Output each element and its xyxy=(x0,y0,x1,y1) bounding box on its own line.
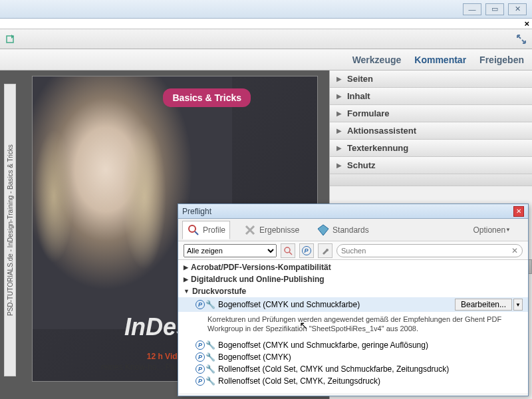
wrench-icon: 🔧 xyxy=(205,376,215,386)
close-button[interactable]: ✕ xyxy=(508,3,527,15)
accordion-seiten[interactable]: ▶Seiten xyxy=(330,70,532,88)
accordion-aktionsassistent[interactable]: ▶Aktionsassistent xyxy=(330,122,532,140)
tree-item[interactable]: P🔧Bogenoffset (CMYK und Schmuckfarbe, ge… xyxy=(178,339,528,351)
chevron-right-icon: ▶ xyxy=(184,264,188,271)
accordion-schutz[interactable]: ▶Schutz xyxy=(330,157,532,174)
maximize-button[interactable]: ▭ xyxy=(485,3,504,15)
chevron-right-icon: ▶ xyxy=(336,127,342,134)
clear-search-icon[interactable]: ✕ xyxy=(511,246,518,255)
tree-item[interactable]: P🔧Bogenoffset (CMYK) xyxy=(178,351,528,363)
svg-line-2 xyxy=(195,231,198,235)
search-input[interactable] xyxy=(341,247,511,255)
share-menu[interactable]: Freigeben xyxy=(479,55,524,65)
magnifier-icon xyxy=(187,223,200,237)
accordion-texterkennung[interactable]: ▶Texterkennung xyxy=(330,140,532,157)
diamond-icon xyxy=(317,223,330,237)
svg-point-1 xyxy=(189,225,196,232)
chevron-down-icon: ▼ xyxy=(505,227,511,233)
svg-point-3 xyxy=(285,247,290,253)
minimize-button[interactable]: — xyxy=(463,3,481,15)
tab-standards[interactable]: Standards xyxy=(313,221,373,239)
export-icon[interactable] xyxy=(5,34,16,45)
tab-profile[interactable]: Profile xyxy=(182,221,230,239)
tools-menu[interactable]: Werkzeuge xyxy=(352,55,402,65)
accordion-formulare[interactable]: ▶Formulare xyxy=(330,105,532,122)
tree-item[interactable]: P🔧Rollenoffset (Cold Set, CMYK und Schmu… xyxy=(178,363,528,375)
profile-tree[interactable]: ▶Acrobat/PDF-Versions-Kompatibilität ▶Di… xyxy=(178,260,528,393)
chevron-right-icon: ▶ xyxy=(336,110,342,117)
document-tab-label[interactable]: PSD-TUTORIALS.de - InDesign-Training - B… xyxy=(4,84,16,376)
document-tab-bar: × xyxy=(0,19,532,29)
tab-results[interactable]: Ergebnisse xyxy=(239,221,303,239)
main-toolbar xyxy=(0,29,532,49)
filter-info-icon[interactable]: P xyxy=(299,243,314,258)
dropdown-icon[interactable]: ▼ xyxy=(513,299,523,311)
profile-icon: P xyxy=(196,340,205,350)
tree-item-selected[interactable]: P🔧 Bogenoffset (CMYK und Schmuckfarbe) B… xyxy=(178,297,528,312)
search-box[interactable]: ✕ xyxy=(336,244,523,257)
options-menu[interactable]: Optionen ▼ xyxy=(469,223,515,237)
edit-button[interactable]: Bearbeiten... xyxy=(455,299,512,311)
wrench-icon: 🔧 xyxy=(205,340,215,350)
window-titlebar: — ▭ ✕ xyxy=(0,0,532,19)
tree-group[interactable]: ▼Druckvorstufe xyxy=(178,285,528,297)
chevron-right-icon: ▶ xyxy=(184,276,188,283)
accordion-inhalt[interactable]: ▶Inhalt xyxy=(330,88,532,105)
close-doc-icon[interactable]: × xyxy=(524,19,529,29)
chevron-right-icon: ▶ xyxy=(336,144,342,152)
chevron-right-icon: ▶ xyxy=(336,162,342,169)
preflight-dialog: Preflight ✕ Profile Ergebnisse Standards… xyxy=(178,203,529,396)
wrench-cross-icon xyxy=(243,223,257,237)
tree-group[interactable]: ▶Acrobat/PDF-Versions-Kompatibilität xyxy=(178,261,528,273)
fullscreen-icon[interactable] xyxy=(516,34,527,45)
chevron-right-icon: ▶ xyxy=(336,75,342,82)
chevron-down-icon: ▼ xyxy=(184,288,190,295)
profile-icon: P xyxy=(196,352,205,362)
tree-group[interactable]: ▶Digitaldruck und Online-Publishing xyxy=(178,273,528,285)
filter-wrench-icon[interactable] xyxy=(318,243,332,258)
preflight-title: Preflight xyxy=(182,207,211,216)
filter-check-icon[interactable] xyxy=(281,243,295,258)
filter-select[interactable]: Alle zeigen xyxy=(184,244,277,257)
comment-menu[interactable]: Kommentar xyxy=(414,55,466,65)
item-description: Korrekturen und Prüfungen werden angewen… xyxy=(178,312,528,339)
tree-item[interactable]: P🔧Rollenoffset (Cold Set, CMYK, Zeitungs… xyxy=(178,375,528,387)
preflight-titlebar[interactable]: Preflight ✕ xyxy=(178,204,528,219)
profile-icon: P xyxy=(196,376,205,386)
profile-icon: P xyxy=(196,300,205,309)
menu-bar: Werkzeuge Kommentar Freigeben xyxy=(0,49,532,70)
wrench-icon: 🔧 xyxy=(205,352,215,362)
profile-icon: P xyxy=(196,364,205,374)
cover-badge: Basics & Tricks xyxy=(163,88,251,107)
wrench-icon: 🔧 xyxy=(205,364,215,374)
chevron-right-icon: ▶ xyxy=(336,92,342,100)
preflight-close-icon[interactable]: ✕ xyxy=(513,206,524,217)
wrench-icon: 🔧 xyxy=(205,300,215,309)
